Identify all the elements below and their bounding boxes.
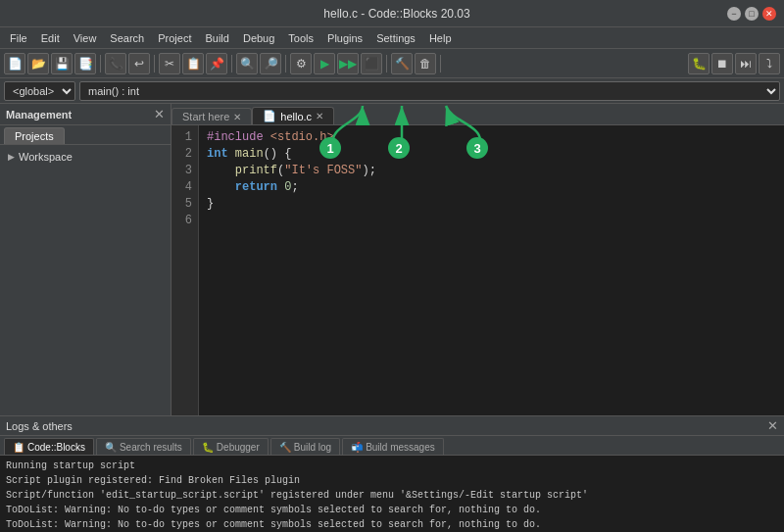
save-all-button[interactable]: 📑 [74, 53, 96, 74]
menu-item-debug[interactable]: Debug [237, 30, 280, 46]
build-button[interactable]: ▶ [314, 53, 335, 74]
debugger-tab-label: Debugger [217, 442, 260, 453]
log-tab-debugger[interactable]: 🐛 Debugger [193, 438, 269, 455]
menu-item-settings[interactable]: Settings [370, 30, 421, 46]
save-button[interactable]: 💾 [51, 53, 73, 74]
editor-area: Start here ✕ 📄 hello.c ✕ 123456 #include… [172, 104, 784, 415]
editor-tabs: Start here ✕ 📄 hello.c ✕ [172, 104, 784, 125]
sep5 [386, 55, 387, 73]
code-content[interactable]: #include <stdio.h> int main() { printf("… [199, 125, 784, 415]
main-area: Management ✕ Projects ▶ Workspace Start … [0, 104, 784, 415]
debugger-tab-icon: 🐛 [202, 442, 214, 453]
maximize-button[interactable]: □ [745, 7, 759, 21]
buildlog-tab-icon: 🔨 [279, 442, 291, 453]
undo-button[interactable]: ↩ [128, 53, 150, 74]
copy-button[interactable]: 📋 [182, 53, 204, 74]
menu-item-project[interactable]: Project [152, 30, 197, 46]
buildmsg-tab-label: Build messages [366, 442, 435, 453]
workspace-label: Workspace [19, 151, 73, 163]
logs-title: Logs & others [6, 420, 73, 432]
menu-item-search[interactable]: Search [104, 30, 150, 46]
phone-button[interactable]: 📞 [105, 53, 126, 74]
menu-item-tools[interactable]: Tools [282, 30, 319, 46]
sidebar-close-button[interactable]: ✕ [154, 107, 165, 121]
menu-bar: FileEditViewSearchProjectBuildDebugTools… [0, 27, 784, 49]
menu-item-view[interactable]: View [68, 30, 103, 46]
window-controls: − □ ✕ [727, 7, 776, 21]
tab-start-here-close[interactable]: ✕ [233, 112, 241, 122]
logs-content: Running startup scriptScript plugin regi… [0, 456, 784, 532]
tab-hello-c-label: hello.c [280, 111, 312, 122]
log-message: Script/function 'edit_startup_script.scr… [6, 488, 778, 503]
open-button[interactable]: 📂 [27, 53, 49, 74]
search-tab-icon: 🔍 [105, 442, 117, 453]
sep2 [154, 55, 155, 73]
logs-header: Logs & others ✕ [0, 416, 784, 436]
buildmsg-tab-icon: 📬 [351, 442, 363, 453]
sep1 [100, 55, 101, 73]
line-numbers: 123456 [172, 125, 199, 415]
step-over[interactable]: ⏭ [735, 53, 757, 74]
new-button[interactable]: 📄 [4, 53, 25, 74]
codeblocks-tab-label: Code::Blocks [27, 442, 85, 453]
logs-tabs: 📋 Code::Blocks 🔍 Search results 🐛 Debugg… [0, 436, 784, 456]
close-button[interactable]: ✕ [762, 7, 776, 21]
log-message: ToDoList: Warning: No to-do types or com… [6, 503, 778, 517]
sep6 [440, 55, 441, 73]
log-tab-codeblocks[interactable]: 📋 Code::Blocks [4, 438, 94, 455]
search-tab-label: Search results [120, 442, 182, 453]
log-message: ToDoList: Warning: No to-do types or com… [6, 517, 778, 532]
build2-button[interactable]: 🔨 [391, 53, 413, 74]
sidebar-header: Management ✕ [0, 104, 171, 125]
minimize-button[interactable]: − [727, 7, 741, 21]
function-select[interactable]: main() : int [79, 81, 780, 101]
log-message: Running startup script [6, 459, 778, 473]
sidebar: Management ✕ Projects ▶ Workspace [0, 104, 172, 415]
sidebar-content: ▶ Workspace [0, 145, 171, 415]
code-editor[interactable]: 123456 #include <stdio.h> int main() { p… [172, 125, 784, 415]
workspace-item[interactable]: ▶ Workspace [4, 149, 167, 165]
scope-select[interactable]: <global> [4, 81, 75, 101]
debug-stop[interactable]: ⏹ [711, 53, 733, 74]
tab-hello-c-close[interactable]: ✕ [316, 111, 323, 121]
log-message: Script plugin registered: Find Broken Fi… [6, 473, 778, 488]
logs-close-button[interactable]: ✕ [767, 418, 778, 433]
menu-item-file[interactable]: File [4, 30, 33, 46]
menu-item-plugins[interactable]: Plugins [321, 30, 368, 46]
menu-item-build[interactable]: Build [199, 30, 234, 46]
run-button[interactable]: ▶▶ [337, 53, 359, 74]
projects-tab-bar: Projects [0, 125, 171, 145]
projects-tab[interactable]: Projects [4, 127, 65, 144]
menu-item-edit[interactable]: Edit [35, 30, 66, 46]
tab-start-here-label: Start here [182, 111, 229, 122]
toolbar: 📄 📂 💾 📑 📞 ↩ ✂ 📋 📌 🔍 🔎 ⚙ ▶ ▶▶ ⬛ 🔨 🗑 🐛 ⏹ ⏭… [0, 49, 784, 78]
tab-hello-c[interactable]: 📄 hello.c ✕ [252, 107, 334, 124]
step-into[interactable]: ⤵ [759, 53, 780, 74]
sidebar-title: Management [6, 109, 72, 121]
settings-button[interactable]: ⚙ [290, 53, 312, 74]
debug-start[interactable]: 🐛 [688, 53, 710, 74]
search2-button[interactable]: 🔎 [260, 53, 281, 74]
paste-button[interactable]: 📌 [206, 53, 227, 74]
stop-button[interactable]: ⬛ [361, 53, 382, 74]
logs-area: Logs & others ✕ 📋 Code::Blocks 🔍 Search … [0, 415, 784, 532]
sep4 [285, 55, 286, 73]
log-tab-buildlog[interactable]: 🔨 Build log [270, 438, 340, 455]
cut-button[interactable]: ✂ [159, 53, 180, 74]
tree-arrow: ▶ [8, 152, 15, 162]
toolbar2: <global> main() : int [0, 78, 784, 104]
buildlog-tab-label: Build log [294, 442, 331, 453]
title-text: hello.c - Code::Blocks 20.03 [67, 7, 727, 21]
sep3 [231, 55, 232, 73]
log-tab-buildmsg[interactable]: 📬 Build messages [342, 438, 444, 455]
search-button[interactable]: 🔍 [236, 53, 258, 74]
log-tab-search[interactable]: 🔍 Search results [96, 438, 191, 455]
menu-item-help[interactable]: Help [423, 30, 458, 46]
codeblocks-tab-icon: 📋 [13, 442, 24, 453]
settings-area: ⚙ [290, 53, 312, 74]
tab-start-here[interactable]: Start here ✕ [172, 108, 252, 124]
clean-button[interactable]: 🗑 [415, 53, 436, 74]
title-bar: hello.c - Code::Blocks 20.03 − □ ✕ [0, 0, 784, 27]
